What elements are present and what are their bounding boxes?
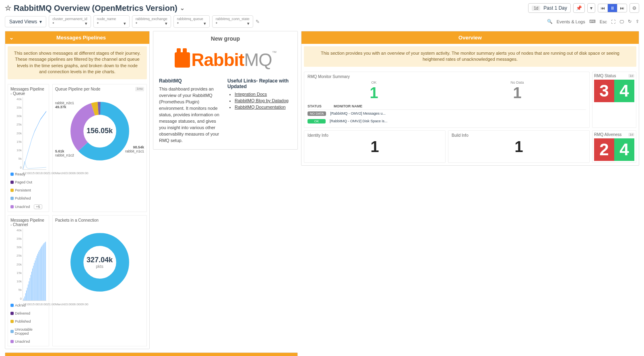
chevron-down-icon[interactable]: ⌄ [9, 35, 14, 41]
svg-rect-27 [43, 243, 44, 300]
pipelines-panel: ⌄ Messages Pipelines This section shows … [5, 31, 150, 349]
pipelines-header[interactable]: ⌄ Messages Pipelines [5, 31, 149, 44]
top-bar: ☆ RabbitMQ Overview (OpenMetrics Version… [5, 3, 639, 13]
rmq-aliveness-widget[interactable]: RMQ Aliveness1d 24 [592, 130, 636, 163]
esc-label: Esc [600, 19, 607, 24]
page-title: RabbitMQ Overview (OpenMetrics Version) [14, 4, 178, 13]
monitor-row[interactable]: NO DATA[RabbitMQ - OMV2] Messages u... [308, 110, 586, 117]
svg-rect-12 [31, 275, 31, 300]
rabbitmq-logo-icon [175, 52, 190, 68]
svg-rect-8 [27, 288, 27, 300]
link-documentation[interactable]: RabbitMQ Documentation [235, 105, 292, 109]
search-icon[interactable]: 🔍 [547, 19, 553, 24]
pipelines-note: This section shows messages at different… [8, 46, 147, 79]
more-legend-button[interactable]: +5 [34, 204, 42, 209]
overview-header[interactable]: Overview [301, 31, 639, 44]
svg-rect-20 [37, 253, 38, 300]
nodestatus-header[interactable]: ⌄ Node Status [5, 353, 297, 356]
saved-views-dropdown[interactable]: Saved Views▾ [5, 16, 46, 27]
events-logs-link[interactable]: Events & Logs [557, 19, 585, 24]
packets-donut[interactable]: Packets in a Connection 327.04kpkts [52, 215, 147, 346]
identity-info-widget[interactable]: Identity Info 1 [304, 130, 446, 163]
nodestatus-panel: ⌄ Node Status This section is the most u… [5, 352, 298, 356]
links-box: Useful Links- Replace with Updated Integ… [227, 78, 292, 144]
filter-bar: Saved Views▾ cluster_permanent_id *▾ nod… [5, 15, 639, 28]
svg-rect-22 [39, 250, 40, 300]
svg-rect-26 [43, 244, 43, 300]
svg-rect-28 [45, 242, 45, 300]
time-range-picker[interactable]: 1d Past 1 Day [528, 3, 571, 13]
star-icon[interactable]: ☆ [5, 4, 11, 12]
time-controls: 1d Past 1 Day 📌 ▾ ⏮ ⏸ ⏭ ⊖ [528, 3, 639, 13]
filter-cluster-id[interactable]: cluster_permanent_id *▾ [49, 15, 91, 28]
keyboard-icon[interactable]: ⌨ [589, 19, 596, 24]
share-icon[interactable]: ⇪ [636, 19, 639, 24]
overview-note: This section provides you with an overvi… [304, 46, 636, 67]
link-integration-docs[interactable]: Integration Docs [235, 92, 292, 97]
refresh-icon[interactable]: ↻ [628, 19, 632, 24]
filter-queue[interactable]: rabbitmq_queue *▾ [173, 15, 210, 28]
channel-chart[interactable]: Messages Pipeline - Channel 40k35k30k25k… [8, 215, 49, 346]
monitor-row[interactable]: OK[RabbitMQ - OMV2] Disk Space is... [308, 117, 586, 125]
queue-node-donut[interactable]: Queue Pipeline per Node1mo 156.05k rabbi… [52, 84, 147, 212]
svg-rect-10 [29, 281, 29, 300]
right-tools: 🔍 Events & Logs ⌨ Esc ⛶ 🖵 ↻ ⇪ [547, 19, 639, 24]
svg-rect-17 [35, 260, 35, 300]
monitor-summary-widget[interactable]: RMQ Monitor Summary OK 1 No Data 1 STATU… [304, 72, 590, 128]
link-blog[interactable]: RabbitMQ Blog by Datadog [235, 98, 292, 103]
svg-rect-5 [25, 296, 25, 300]
filter-node-name[interactable]: node_name *▾ [93, 15, 130, 28]
svg-rect-6 [25, 293, 26, 300]
time-range-label: Past 1 Day [543, 5, 567, 11]
filter-conn-state[interactable]: rabbitmq_conn_state *▾ [212, 15, 253, 28]
description-box: RabbitMQ This dashboard provides an over… [159, 78, 223, 144]
svg-rect-21 [38, 251, 39, 300]
filter-exchange[interactable]: rabbitmq_exchange *▾ [132, 15, 171, 28]
left-column: New group RabbitMQ™ RabbitMQ This dashbo… [153, 31, 298, 166]
svg-rect-13 [31, 272, 32, 300]
svg-rect-25 [42, 245, 42, 300]
svg-rect-19 [37, 255, 37, 300]
svg-rect-15 [33, 265, 33, 300]
svg-rect-18 [36, 258, 36, 300]
svg-rect-14 [32, 268, 33, 300]
time-tag: 1d [532, 6, 540, 11]
newgroup-title: New group [153, 31, 297, 46]
svg-rect-7 [26, 290, 27, 300]
dashboard-grid: New group RabbitMQ™ RabbitMQ This dashbo… [5, 31, 639, 356]
title-area: ☆ RabbitMQ Overview (OpenMetrics Version… [5, 4, 525, 13]
svg-rect-24 [41, 247, 41, 300]
playback-controls: ⏮ ⏸ ⏭ [598, 4, 627, 12]
pin-icon[interactable]: 📌 [573, 3, 585, 13]
svg-rect-9 [28, 284, 28, 300]
queue-chart[interactable]: Messages Pipeline - Queue 40k35k30k25k20… [8, 84, 49, 212]
newgroup-panel: New group RabbitMQ™ RabbitMQ This dashbo… [153, 31, 298, 150]
dropdown-icon[interactable]: ▾ [587, 3, 595, 13]
zoom-out-icon[interactable]: ⊖ [630, 3, 639, 13]
svg-rect-29 [45, 241, 46, 300]
svg-rect-4 [23, 298, 24, 300]
screen-icon[interactable]: 🖵 [619, 19, 624, 24]
rmq-status-widget[interactable]: RMQ Status1d 34 [592, 72, 636, 128]
pause-button[interactable]: ⏸ [608, 4, 617, 12]
overview-panel: Overview This section provides you with … [301, 31, 639, 166]
title-chevron-icon[interactable]: ⌄ [180, 5, 185, 11]
svg-rect-23 [40, 248, 41, 300]
build-info-widget[interactable]: Build Info 1 [448, 130, 590, 163]
rewind-button[interactable]: ⏮ [598, 4, 608, 12]
fullscreen-icon[interactable]: ⛶ [611, 19, 615, 24]
svg-rect-16 [34, 263, 35, 300]
forward-button[interactable]: ⏭ [617, 4, 627, 12]
svg-rect-11 [30, 278, 30, 300]
edit-filters-icon[interactable]: ✎ [256, 19, 260, 25]
rabbitmq-logo: RabbitMQ™ [153, 46, 297, 78]
